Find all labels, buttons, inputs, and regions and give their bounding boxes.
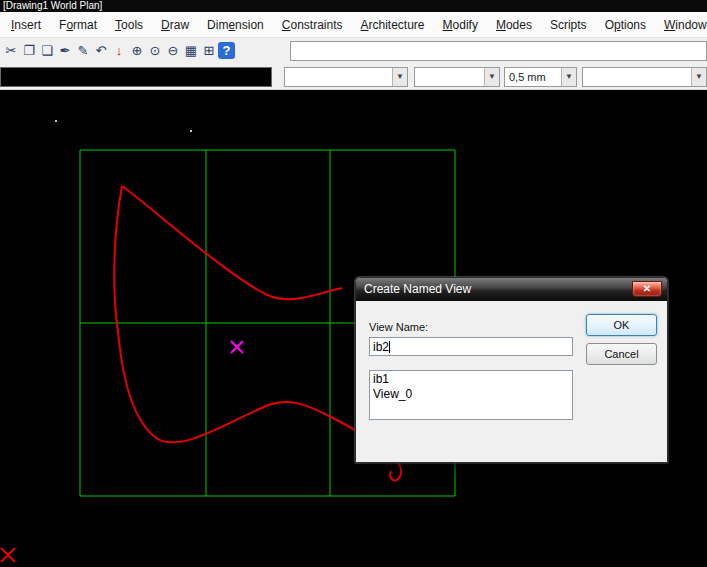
menu-modes[interactable]: Modes (487, 14, 541, 36)
color-swatch-field[interactable] (0, 67, 272, 87)
cancel-button[interactable]: Cancel (586, 343, 657, 365)
blips (55, 120, 192, 132)
chevron-down-icon[interactable]: ▼ (484, 68, 499, 86)
zoom-in-icon[interactable]: ⊕ (128, 41, 146, 61)
view-name-value: ib2 (373, 340, 389, 354)
text-caret (389, 341, 390, 353)
down-icon[interactable]: ↓ (110, 41, 128, 61)
zoom-icon[interactable]: ⊙ (146, 41, 164, 61)
blip-mark (190, 130, 192, 132)
window-titlebar: [Drawing1 World Plan] (0, 0, 707, 12)
zoom-out-icon[interactable]: ⊖ (164, 41, 182, 61)
style-combobox[interactable]: ▼ (582, 67, 707, 87)
copy-icon[interactable]: ❐ (20, 41, 38, 61)
calculator-icon[interactable]: ⊞ (200, 41, 218, 61)
paste-icon[interactable]: ❏ (38, 41, 56, 61)
cut-icon[interactable]: ✂ (2, 41, 20, 61)
list-item[interactable]: ib1 (370, 372, 572, 387)
grid-icon[interactable]: ▦ (182, 41, 200, 61)
help-icon[interactable]: ? (218, 42, 235, 59)
chevron-down-icon[interactable]: ▼ (392, 68, 407, 86)
chevron-down-icon[interactable]: ▼ (691, 68, 706, 86)
menu-modify[interactable]: Modify (434, 14, 487, 36)
menu-constraints[interactable]: Constraints (273, 14, 352, 36)
create-named-view-dialog: Create Named View ✕ View Name: ib2 OK Ca… (355, 277, 668, 463)
dialog-title: Create Named View (364, 278, 471, 301)
chevron-down-icon[interactable]: ▼ (561, 68, 576, 86)
menu-bar: InsertFormatToolsDrawDimensionConstraint… (0, 12, 707, 38)
view-name-label: View Name: (369, 321, 428, 333)
brush-icon[interactable]: ✒ (56, 41, 74, 61)
ucs-icon (1, 548, 15, 562)
menu-window[interactable]: Window (655, 14, 707, 36)
menu-insert[interactable]: Insert (2, 14, 50, 36)
menu-format[interactable]: Format (50, 14, 106, 36)
list-item[interactable]: View_0 (370, 387, 572, 402)
layer-combobox[interactable]: ▼ (284, 67, 408, 87)
point-marker (231, 341, 243, 353)
blip-mark (55, 120, 57, 122)
dialog-titlebar[interactable]: Create Named View ✕ (356, 278, 667, 301)
close-icon[interactable]: ✕ (632, 281, 662, 297)
view-list[interactable]: ib1View_0 (369, 370, 573, 420)
ok-button[interactable]: OK (586, 314, 657, 336)
lineweight-combobox[interactable]: 0,5 mm ▼ (504, 67, 577, 87)
window-title: [Drawing1 World Plan] (3, 0, 102, 11)
linetype-combobox[interactable]: ▼ (414, 67, 500, 87)
lineweight-value: 0,5 mm (509, 68, 546, 86)
menu-draw[interactable]: Draw (152, 14, 198, 36)
toolbar-icon-strip: ✂❐❏✒✎↶↓⊕⊙⊖▦⊞? (2, 41, 235, 61)
menu-options[interactable]: Options (596, 14, 655, 36)
pencil-icon[interactable]: ✎ (74, 41, 92, 61)
view-name-input[interactable]: ib2 (369, 337, 573, 356)
toolbar-main: ✂❐❏✒✎↶↓⊕⊙⊖▦⊞? (0, 38, 707, 64)
dialog-body: View Name: ib2 OK Cancel ib1View_0 (356, 301, 667, 462)
menu-tools[interactable]: Tools (106, 14, 152, 36)
menu-dimension[interactable]: Dimension (198, 14, 273, 36)
application-window: [Drawing1 World Plan] InsertFormatToolsD… (0, 0, 707, 567)
menu-architecture[interactable]: Architecture (352, 14, 434, 36)
undo-icon[interactable]: ↶ (92, 41, 110, 61)
menu-scripts[interactable]: Scripts (541, 14, 596, 36)
toolbar-command-field[interactable] (290, 41, 707, 61)
toolbar-properties: ▼ ▼ 0,5 mm ▼ ▼ (0, 64, 707, 90)
